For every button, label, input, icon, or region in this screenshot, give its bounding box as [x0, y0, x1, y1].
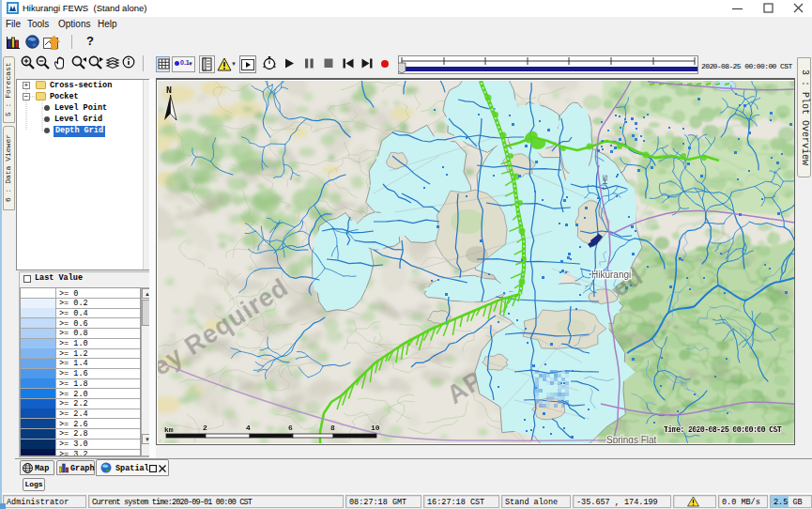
svg-text:Hikurangi: Hikurangi [591, 270, 631, 280]
svg-text:km: km [164, 425, 174, 434]
svg-text:SH 1: SH 1 [601, 175, 609, 191]
svg-text:N: N [166, 85, 172, 96]
svg-text:2: 2 [203, 424, 207, 432]
svg-text:6: 6 [288, 424, 293, 432]
svg-text:Time: 2020-08-25 00:00:00 CST: Time: 2020-08-25 00:00:00 CST [664, 425, 782, 435]
svg-text:Springs Flat: Springs Flat [606, 435, 657, 443]
svg-text:4: 4 [246, 424, 251, 432]
svg-text:10: 10 [371, 424, 380, 432]
svg-text:8: 8 [330, 424, 335, 432]
